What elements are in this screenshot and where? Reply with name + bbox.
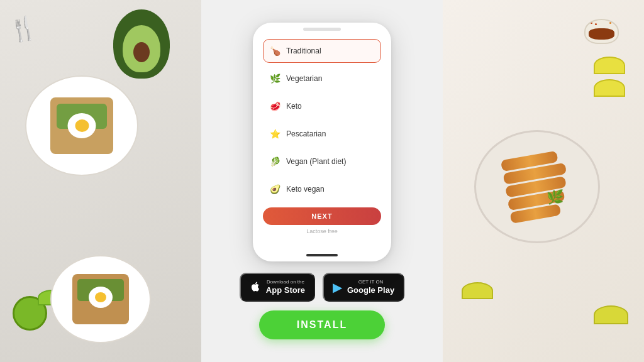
- lactose-text: Lactose free: [263, 228, 381, 234]
- diet-option-keto[interactable]: 🥩 Keto: [263, 94, 381, 118]
- sauce-bowl: [584, 19, 619, 44]
- fork-icon: 🍴: [8, 13, 40, 44]
- herb-decoration: 🌿: [547, 189, 564, 206]
- diet-option-pescatarian[interactable]: ⭐ Pescatarian: [263, 122, 381, 146]
- keto-vegan-emoji: 🥑: [270, 184, 281, 194]
- second-plate: [50, 255, 151, 343]
- keto-emoji: 🥩: [270, 101, 281, 111]
- bottom-lemon-wedge: [594, 305, 628, 324]
- right-food-image: 🌿: [443, 0, 644, 362]
- store-buttons-group: Download on the App Store ▶ GET IT ON Go…: [240, 273, 404, 301]
- diet-options-list: 🍗 Traditional 🌿 Vegetarian 🥩 Keto ⭐ Pesc…: [263, 39, 381, 201]
- vegan-label: Vegan (Plant diet): [286, 157, 346, 166]
- left-food-image: 🍴: [0, 0, 201, 362]
- app-store-main-label: App Store: [266, 285, 305, 295]
- diet-option-keto-vegan[interactable]: 🥑 Keto vegan: [263, 177, 381, 201]
- next-button[interactable]: NEXT: [263, 207, 381, 225]
- traditional-label: Traditional: [286, 47, 321, 55]
- keto-label: Keto: [286, 102, 302, 111]
- google-play-pre-label: GET IT ON: [347, 279, 394, 285]
- pescatarian-label: Pescatarian: [286, 129, 326, 138]
- diet-option-vegan[interactable]: 🥬 Vegan (Plant diet): [263, 150, 381, 173]
- traditional-emoji: 🍗: [270, 46, 281, 56]
- bottom-lemon-wedge-2: [462, 282, 493, 299]
- center-panel: 🍗 Traditional 🌿 Vegetarian 🥩 Keto ⭐ Pesc…: [201, 0, 443, 362]
- lemon-wedge-group: [594, 57, 625, 97]
- toast-plate: [25, 75, 138, 176]
- phone-notch: [303, 28, 341, 31]
- vegan-emoji: 🥬: [270, 156, 281, 167]
- google-play-button[interactable]: ▶ GET IT ON Google Play: [323, 273, 404, 301]
- chicken-plate: [474, 130, 600, 243]
- phone-home-bar: [306, 254, 338, 256]
- google-play-main-label: Google Play: [347, 285, 394, 295]
- phone-mockup: 🍗 Traditional 🌿 Vegetarian 🥩 Keto ⭐ Pesc…: [253, 23, 391, 261]
- play-icon: ▶: [333, 281, 342, 293]
- chicken-slices: [501, 150, 574, 224]
- app-store-button[interactable]: Download on the App Store: [240, 273, 315, 301]
- vegetarian-label: Vegetarian: [286, 74, 322, 83]
- keto-vegan-label: Keto vegan: [286, 185, 325, 194]
- install-button[interactable]: INSTALL: [259, 310, 385, 339]
- vegetarian-emoji: 🌿: [270, 74, 281, 84]
- pescatarian-emoji: ⭐: [270, 129, 281, 139]
- app-store-text: Download on the App Store: [266, 279, 305, 295]
- diet-option-vegetarian[interactable]: 🌿 Vegetarian: [263, 67, 381, 90]
- apple-icon: [250, 280, 261, 295]
- page-layout: 🍴: [0, 0, 644, 362]
- avocado-image: [113, 9, 170, 79]
- diet-option-traditional[interactable]: 🍗 Traditional: [263, 39, 381, 63]
- app-store-pre-label: Download on the: [266, 279, 305, 285]
- google-play-text: GET IT ON Google Play: [347, 279, 394, 295]
